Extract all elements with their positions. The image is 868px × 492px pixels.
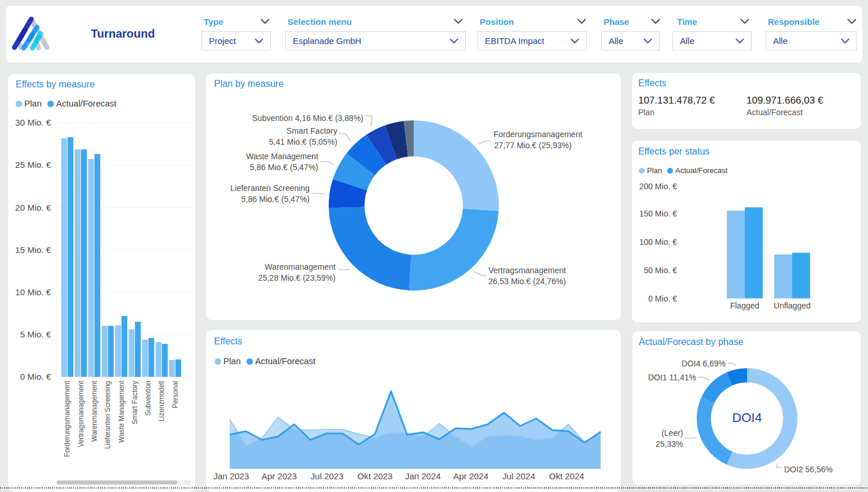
svg-text:Jul 2024: Jul 2024	[502, 471, 535, 481]
svg-text:Vertragsmanagement: Vertragsmanagement	[488, 266, 566, 275]
svg-text:0 Mio. €: 0 Mio. €	[20, 372, 52, 381]
svg-text:DOI2 56,56%: DOI2 56,56%	[784, 465, 833, 474]
svg-text:5,41 Mio.€ (5,05%): 5,41 Mio.€ (5,05%)	[269, 137, 337, 146]
svg-text:0 Mio. €: 0 Mio. €	[648, 294, 677, 303]
svg-text:Lieferanten Screening: Lieferanten Screening	[104, 381, 112, 449]
svg-text:50 Mio. €: 50 Mio. €	[643, 266, 677, 275]
svg-text:Lieferanten Screening: Lieferanten Screening	[230, 183, 310, 193]
svg-text:Okt 2023: Okt 2023	[358, 471, 393, 481]
svg-text:27,77 Mio.€ (25,93%): 27,77 Mio.€ (25,93%)	[494, 141, 572, 150]
svg-text:Vertragsmanagement: Vertragsmanagement	[77, 380, 85, 447]
svg-text:5 Mio. €: 5 Mio. €	[20, 329, 52, 339]
svg-text:200 Mio. €: 200 Mio. €	[639, 182, 678, 191]
svg-text:DOI1 11,41%: DOI1 11,41%	[648, 373, 696, 382]
svg-text:Unflagged: Unflagged	[774, 301, 811, 310]
svg-text:Forderungsmanagement: Forderungsmanagement	[494, 130, 582, 139]
svg-text:Apr 2024: Apr 2024	[453, 471, 488, 481]
svg-text:20 Mio. €: 20 Mio. €	[15, 203, 51, 212]
svg-text:Warenmanagement: Warenmanagement	[90, 380, 98, 442]
svg-text:100 Mio. €: 100 Mio. €	[639, 237, 678, 247]
svg-text:Lizenzmodell: Lizenzmodell	[157, 381, 165, 421]
svg-text:Warenmanagement: Warenmanagement	[265, 262, 336, 271]
svg-text:Forderungsmanagement: Forderungsmanagement	[63, 380, 71, 457]
svg-text:Subvention 4,16 Mio.€ (3,88%): Subvention 4,16 Mio.€ (3,88%)	[252, 113, 363, 123]
svg-text:26,53 Mio.€ (24,76%): 26,53 Mio.€ (24,76%)	[488, 277, 566, 286]
svg-text:DOI4 6,69%: DOI4 6,69%	[682, 359, 726, 368]
svg-text:Apr 2023: Apr 2023	[262, 471, 297, 481]
svg-text:Waste Management: Waste Management	[246, 152, 318, 161]
svg-text:25,28 Mio.€ (23,59%): 25,28 Mio.€ (23,59%)	[258, 273, 336, 282]
svg-text:(Leer): (Leer)	[661, 428, 683, 438]
svg-text:5,86 Mio.€ (5,47%): 5,86 Mio.€ (5,47%)	[241, 194, 310, 204]
svg-text:Waste Management: Waste Management	[117, 380, 126, 443]
svg-text:Jul 2023: Jul 2023	[311, 471, 344, 481]
svg-text:15 Mio. €: 15 Mio. €	[15, 245, 51, 255]
svg-text:Smart Factory: Smart Factory	[286, 126, 337, 135]
svg-text:Flagged: Flagged	[730, 301, 760, 310]
svg-text:Okt 2024: Okt 2024	[549, 471, 584, 481]
svg-text:Subvention: Subvention	[144, 381, 152, 416]
svg-text:5,86 Mio.€ (5,47%): 5,86 Mio.€ (5,47%)	[250, 163, 318, 172]
svg-text:25,33%: 25,33%	[656, 439, 683, 449]
svg-text:Jan 2024: Jan 2024	[405, 471, 441, 481]
svg-text:Personal: Personal	[171, 381, 179, 408]
svg-text:25 Mio. €: 25 Mio. €	[15, 160, 51, 170]
svg-text:150 Mio. €: 150 Mio. €	[639, 209, 678, 218]
svg-text:DOI4: DOI4	[732, 410, 762, 425]
svg-text:30 Mio. €: 30 Mio. €	[15, 118, 51, 127]
svg-text:10 Mio. €: 10 Mio. €	[15, 287, 51, 297]
svg-text:Smart Factory: Smart Factory	[131, 381, 139, 424]
svg-text:Jan 2023: Jan 2023	[214, 471, 249, 481]
